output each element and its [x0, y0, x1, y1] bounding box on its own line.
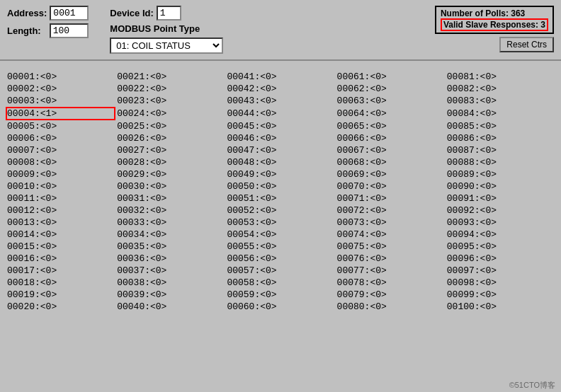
cell-address: 00097: — [447, 265, 480, 276]
cell-value: <0> — [260, 229, 276, 240]
cell-value: <0> — [370, 157, 386, 168]
reset-button[interactable]: Reset Ctrs — [499, 37, 554, 52]
cell-address: 00018: — [7, 277, 40, 288]
cell-value: <0> — [480, 108, 497, 119]
data-cell: 00025: <0> — [115, 120, 225, 132]
cell-value: <0> — [480, 96, 497, 106]
cell-value: <0> — [40, 229, 57, 240]
data-cell: 00045: <0> — [225, 120, 335, 132]
cell-value: <0> — [370, 205, 386, 216]
data-cell: 00012: <0> — [6, 204, 115, 217]
address-label: Address: — [7, 8, 47, 18]
cell-address: 00082: — [447, 83, 480, 94]
cell-address: 00088: — [447, 157, 480, 168]
length-input[interactable] — [50, 23, 89, 38]
cell-address: 00080: — [337, 301, 370, 312]
polls-display: Number of Polls: 363 — [441, 8, 548, 18]
cell-address: 00044: — [227, 108, 260, 119]
cell-address: 00077: — [337, 265, 370, 276]
cell-value: <0> — [150, 277, 166, 288]
cell-value: <0> — [480, 193, 497, 204]
device-id-input[interactable] — [157, 6, 181, 21]
cell-value: <0> — [150, 217, 166, 228]
cell-value: <0> — [480, 133, 497, 144]
cell-address: 00032: — [117, 205, 150, 216]
cell-value: <0> — [260, 145, 276, 156]
cell-address: 00085: — [447, 121, 480, 132]
data-cell: 00065: <0> — [336, 120, 446, 132]
cell-address: 00075: — [337, 241, 370, 252]
data-cell: 00057: <0> — [225, 265, 335, 277]
data-cell: 00043: <0> — [225, 95, 335, 107]
cell-address: 00057: — [227, 265, 260, 276]
cell-value: <0> — [150, 108, 166, 119]
cell-value: <0> — [370, 108, 386, 119]
cell-address: 00094: — [447, 229, 480, 240]
cell-value: <0> — [40, 289, 57, 300]
cell-value: <0> — [150, 265, 166, 276]
data-cell: 00061: <0> — [336, 71, 446, 83]
cell-address: 00027: — [117, 145, 150, 156]
cell-value: <0> — [40, 71, 57, 82]
cell-value: <0> — [40, 83, 57, 94]
data-cell: 00056: <0> — [225, 253, 335, 265]
cell-value: <0> — [150, 145, 166, 156]
cell-value: <0> — [370, 217, 386, 228]
cell-value: <0> — [370, 253, 386, 264]
cell-address: 00017: — [7, 265, 40, 276]
cell-address: 00011: — [7, 193, 40, 204]
data-cell: 00028: <0> — [115, 156, 225, 168]
cell-address: 00028: — [117, 157, 150, 168]
data-cell: 00030: <0> — [115, 180, 225, 192]
data-cell: 00053: <0> — [225, 217, 335, 229]
cell-value: <0> — [260, 181, 276, 192]
cell-value: <0> — [40, 217, 57, 228]
cell-address: 00024: — [117, 108, 150, 119]
data-cell: 00079: <0> — [336, 289, 446, 301]
cell-value: <0> — [370, 229, 386, 240]
data-cell: 00083: <0> — [446, 95, 555, 107]
cell-value: <0> — [260, 108, 276, 119]
cell-address: 00081: — [447, 71, 480, 82]
address-input[interactable] — [50, 6, 89, 21]
cell-address: 00047: — [227, 145, 260, 156]
data-cell: 00067: <0> — [336, 144, 446, 156]
cell-value: <0> — [40, 265, 57, 276]
data-cell: 00001: <0> — [6, 71, 115, 83]
cell-value: <0> — [480, 277, 497, 288]
cell-value: <0> — [480, 145, 497, 156]
modbus-select-group: 01: COIL STATUS 02: INPUT STATUS 03: HOL… — [110, 38, 223, 54]
cell-value: <0> — [260, 71, 276, 82]
cell-address: 00030: — [117, 181, 150, 192]
cell-value: <0> — [260, 96, 276, 106]
cell-address: 00078: — [337, 277, 370, 288]
cell-value: <0> — [260, 121, 276, 132]
cell-address: 00079: — [337, 289, 370, 300]
cell-address: 00087: — [447, 145, 480, 156]
data-cell: 00035: <0> — [115, 241, 225, 253]
cell-address: 00069: — [337, 169, 370, 180]
cell-address: 00007: — [7, 145, 40, 156]
modbus-label: MODBUS Point Type — [110, 23, 200, 34]
cell-address: 00089: — [447, 169, 480, 180]
data-cell: 00073: <0> — [336, 217, 446, 229]
cell-value: <0> — [370, 145, 386, 156]
data-cell: 00070: <0> — [336, 180, 446, 192]
modbus-select[interactable]: 01: COIL STATUS 02: INPUT STATUS 03: HOL… — [110, 38, 223, 54]
valid-label: Valid Slave Responses: — [443, 20, 538, 30]
cell-address: 00074: — [337, 229, 370, 240]
data-cell: 00048: <0> — [225, 156, 335, 168]
cell-value: <0> — [260, 265, 276, 276]
cell-address: 00095: — [447, 241, 480, 252]
cell-value: <0> — [40, 145, 57, 156]
data-cell: 00090: <0> — [446, 180, 555, 192]
cell-value: <0> — [40, 157, 57, 168]
data-area: 00001: <0>00021: <0>00041: <0>00061: <0>… — [0, 69, 561, 379]
cell-address: 00025: — [117, 121, 150, 132]
cell-address: 00039: — [117, 289, 150, 300]
valid-display: Valid Slave Responses: 3 — [441, 18, 548, 31]
cell-address: 00060: — [227, 301, 260, 312]
cell-value: <0> — [480, 253, 497, 264]
data-cell: 00009: <0> — [6, 168, 115, 180]
valid-value: 3 — [540, 20, 545, 30]
